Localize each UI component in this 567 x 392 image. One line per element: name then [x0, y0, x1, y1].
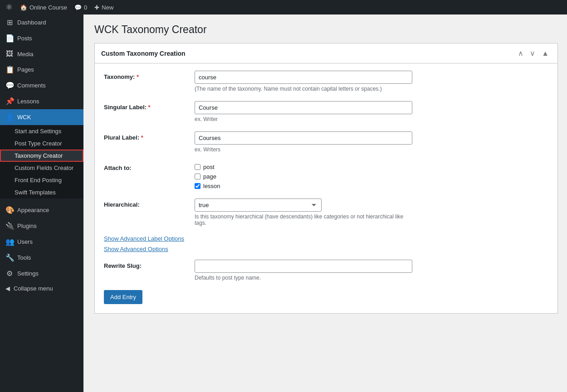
- plugins-icon: 🔌: [5, 222, 14, 230]
- wck-icon: 👤: [5, 113, 14, 121]
- tools-icon: 🔧: [5, 253, 14, 262]
- sidebar: ⊞ Dashboard 📄 Posts 🖼 Media 📋 Pages 💬 Co…: [0, 15, 83, 392]
- attach-to-row: Attach to: post page: [104, 162, 548, 189]
- postbox-controls: ∧ ∨ ▲: [516, 48, 551, 58]
- plural-label-row: Plural Label: * ex. Writers: [104, 131, 548, 153]
- settings-icon: ⚙: [5, 269, 14, 278]
- postbox-title: Custom Taxonomy Creation: [101, 50, 186, 57]
- collapse-up-button[interactable]: ∧: [516, 48, 526, 58]
- attach-page-checkbox[interactable]: [195, 174, 200, 179]
- taxonomy-required-marker: *: [137, 73, 139, 80]
- plural-label-field: ex. Writers: [195, 131, 412, 153]
- attach-post-checkbox-item[interactable]: post: [195, 164, 412, 170]
- sidebar-item-settings[interactable]: ⚙ Settings: [0, 266, 83, 281]
- sidebar-item-taxonomy-creator[interactable]: Taxonomy Creator: [0, 150, 83, 162]
- collapse-down-button[interactable]: ∨: [528, 48, 538, 58]
- plus-icon: ✚: [94, 4, 99, 11]
- site-name-link[interactable]: 🏠 Online Course: [20, 4, 67, 11]
- show-advanced-label-link[interactable]: Show Advanced Label Options: [104, 235, 548, 242]
- dashboard-icon: ⊞: [5, 18, 14, 27]
- taxonomy-label: Taxonomy: *: [104, 71, 195, 80]
- page-title: WCK Taxonomy Creator: [94, 24, 558, 36]
- attach-lesson-checkbox-item[interactable]: lesson: [195, 183, 412, 189]
- admin-bar: ⚛ 🏠 Online Course 💬 0 ✚ New: [0, 0, 567, 15]
- sidebar-item-posts[interactable]: 📄 Posts: [0, 30, 83, 46]
- taxonomy-input[interactable]: [195, 71, 412, 84]
- plural-label-label: Plural Label: *: [104, 131, 195, 141]
- taxonomy-field: (The name of the taxonomy. Name must not…: [195, 71, 412, 92]
- postbox-body: Taxonomy: * (The name of the taxonomy. N…: [95, 63, 557, 313]
- comments-link[interactable]: 💬 0: [74, 4, 87, 11]
- rewrite-slug-row: Rewrite Slug: Defaults to post type name…: [104, 260, 548, 281]
- lessons-icon: 📌: [5, 97, 14, 106]
- comments-menu-icon: 💬: [5, 81, 14, 90]
- plural-label-hint: ex. Writers: [195, 146, 412, 153]
- sidebar-item-comments[interactable]: 💬 Comments: [0, 77, 83, 93]
- hierarchical-row: Hierarchical: true false Is this taxonom…: [104, 198, 548, 226]
- attach-page-checkbox-item[interactable]: page: [195, 173, 412, 180]
- plural-required-marker: *: [141, 134, 143, 141]
- hierarchical-hint: Is this taxonomy hierarchical (have desc…: [195, 213, 412, 226]
- active-arrow: [80, 114, 83, 121]
- sidebar-item-users[interactable]: 👥 Users: [0, 234, 83, 250]
- singular-label-hint: ex. Writer: [195, 116, 412, 122]
- new-content-link[interactable]: ✚ New: [94, 4, 113, 11]
- comments-icon: 💬: [74, 4, 82, 11]
- sidebar-item-appearance[interactable]: 🎨 Appearance: [0, 202, 83, 218]
- hierarchical-select[interactable]: true false: [195, 198, 322, 212]
- sidebar-item-dashboard[interactable]: ⊞ Dashboard: [0, 15, 83, 30]
- collapse-icon: ◀: [5, 285, 10, 292]
- attach-to-field: post page lesson: [195, 162, 412, 189]
- rewrite-slug-label: Rewrite Slug:: [104, 260, 195, 269]
- taxonomy-hint: (The name of the taxonomy. Name must not…: [195, 86, 412, 92]
- sidebar-item-pages[interactable]: 📋 Pages: [0, 62, 83, 77]
- posts-icon: 📄: [5, 34, 14, 43]
- taxonomy-postbox: Custom Taxonomy Creation ∧ ∨ ▲ Taxonomy:…: [94, 43, 558, 314]
- taxonomy-row: Taxonomy: * (The name of the taxonomy. N…: [104, 71, 548, 92]
- rewrite-slug-field: Defaults to post type name.: [195, 260, 412, 281]
- media-icon: 🖼: [5, 50, 14, 58]
- plural-label-input[interactable]: [195, 131, 412, 145]
- rewrite-slug-input[interactable]: [195, 260, 412, 273]
- attach-to-label: Attach to:: [104, 162, 195, 171]
- sidebar-item-custom-fields-creator[interactable]: Custom Fields Creator: [0, 162, 83, 174]
- sidebar-item-plugins[interactable]: 🔌 Plugins: [0, 218, 83, 234]
- collapse-menu-button[interactable]: ◀ Collapse menu: [0, 281, 83, 295]
- rewrite-slug-hint: Defaults to post type name.: [195, 275, 412, 281]
- pages-icon: 📋: [5, 65, 14, 74]
- appearance-icon: 🎨: [5, 206, 14, 214]
- toggle-button[interactable]: ▲: [539, 48, 551, 58]
- main-content: WCK Taxonomy Creator Custom Taxonomy Cre…: [83, 15, 567, 392]
- hierarchical-field: true false Is this taxonomy hierarchical…: [195, 198, 412, 226]
- users-icon: 👥: [5, 237, 14, 246]
- wp-icon: ⚛: [5, 2, 13, 12]
- attach-lesson-checkbox[interactable]: [195, 183, 200, 189]
- wp-logo[interactable]: ⚛: [5, 2, 13, 12]
- singular-required-marker: *: [148, 104, 151, 111]
- sidebar-item-swift-templates[interactable]: Swift Templates: [0, 186, 83, 198]
- home-icon: 🏠: [20, 4, 27, 11]
- sidebar-item-media[interactable]: 🖼 Media: [0, 46, 83, 62]
- postbox-header: Custom Taxonomy Creation ∧ ∨ ▲: [95, 44, 557, 63]
- attach-post-checkbox[interactable]: [195, 164, 200, 170]
- sidebar-item-wck[interactable]: 👤 WCK: [0, 109, 83, 125]
- sidebar-item-start-settings[interactable]: Start and Settings: [0, 125, 83, 137]
- hierarchical-label: Hierarchical:: [104, 198, 195, 208]
- singular-label-input[interactable]: [195, 101, 412, 114]
- attach-to-checkbox-group: post page lesson: [195, 162, 412, 189]
- add-entry-button[interactable]: Add Entry: [104, 290, 142, 304]
- sidebar-item-post-type-creator[interactable]: Post Type Creator: [0, 137, 83, 150]
- singular-label-label: Singular Label: *: [104, 101, 195, 111]
- singular-label-row: Singular Label: * ex. Writer: [104, 101, 548, 122]
- singular-label-field: ex. Writer: [195, 101, 412, 122]
- sidebar-item-tools[interactable]: 🔧 Tools: [0, 250, 83, 266]
- sidebar-item-front-end-posting[interactable]: Front End Posting: [0, 174, 83, 186]
- show-advanced-options-link[interactable]: Show Advanced Options: [104, 246, 548, 252]
- sidebar-item-lessons[interactable]: 📌 Lessons: [0, 93, 83, 109]
- links-section: Show Advanced Label Options Show Advance…: [104, 235, 548, 252]
